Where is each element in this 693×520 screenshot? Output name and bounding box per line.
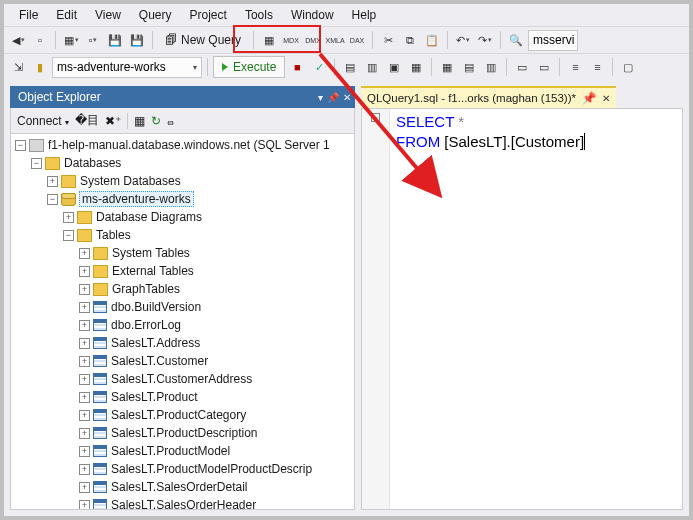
include-stats-icon[interactable]: ▣ bbox=[384, 57, 404, 77]
expand-icon[interactable] bbox=[79, 338, 90, 349]
tree-node[interactable]: Database Diagrams bbox=[11, 208, 354, 226]
database-combo[interactable]: ms-adventure-works bbox=[52, 57, 202, 78]
tree-node[interactable]: SalesLT.Address bbox=[11, 334, 354, 352]
cut-button[interactable]: ✂ bbox=[378, 30, 398, 50]
menu-file[interactable]: File bbox=[10, 6, 47, 24]
disconnect-icon[interactable]: ✖⁺ bbox=[105, 114, 121, 128]
collapse-icon[interactable] bbox=[31, 158, 42, 169]
tree-node[interactable]: SalesLT.ProductCategory bbox=[11, 406, 354, 424]
execute-button[interactable]: Execute bbox=[213, 56, 285, 78]
tree-node[interactable]: ms-adventure-works bbox=[11, 190, 354, 208]
collapse-icon[interactable] bbox=[15, 140, 26, 151]
display-plan-icon[interactable]: ▤ bbox=[340, 57, 360, 77]
results-file-icon[interactable]: ▥ bbox=[481, 57, 501, 77]
tree-node[interactable]: Tables bbox=[11, 226, 354, 244]
collapse-icon[interactable] bbox=[47, 194, 58, 205]
indent-icon[interactable]: ≡ bbox=[565, 57, 585, 77]
tree-node[interactable]: System Databases bbox=[11, 172, 354, 190]
activity-monitor-icon[interactable]: ⏛ bbox=[167, 114, 174, 128]
undo-button[interactable]: ↶ bbox=[453, 30, 473, 50]
filter-icon[interactable]: �目 bbox=[75, 112, 99, 129]
expand-icon[interactable] bbox=[79, 500, 90, 511]
expand-icon[interactable] bbox=[79, 374, 90, 385]
document-tab[interactable]: QLQuery1.sql - f1...orks (maghan (153))*… bbox=[361, 86, 616, 108]
include-live-icon[interactable]: ▦ bbox=[406, 57, 426, 77]
menu-window[interactable]: Window bbox=[282, 6, 343, 24]
stop-button[interactable]: ■ bbox=[287, 57, 307, 77]
expand-icon[interactable] bbox=[47, 176, 58, 187]
change-connection-icon[interactable]: ▮ bbox=[30, 57, 50, 77]
tree-node[interactable]: SalesLT.ProductModel bbox=[11, 442, 354, 460]
tree-node[interactable]: SalesLT.SalesOrderHeader bbox=[11, 496, 354, 510]
pin-icon[interactable]: 📌 bbox=[327, 92, 339, 103]
redo-button[interactable]: ↷ bbox=[475, 30, 495, 50]
object-explorer-titlebar[interactable]: Object Explorer ▾ 📌 ✕ bbox=[10, 86, 355, 108]
tab-pin-icon[interactable]: 📌 bbox=[582, 91, 596, 105]
stop-icon[interactable]: ▦ bbox=[134, 114, 145, 128]
expand-icon[interactable] bbox=[63, 212, 74, 223]
fold-icon[interactable]: − bbox=[371, 113, 380, 122]
menu-view[interactable]: View bbox=[86, 6, 130, 24]
expand-icon[interactable] bbox=[79, 428, 90, 439]
tree-node[interactable]: f1-help-manual.database.windows.net (SQL… bbox=[11, 136, 354, 154]
collapse-icon[interactable] bbox=[63, 230, 74, 241]
include-plan-icon[interactable]: ▥ bbox=[362, 57, 382, 77]
window-position-icon[interactable]: ▾ bbox=[318, 92, 323, 103]
save-all-button[interactable]: 💾 bbox=[127, 30, 147, 50]
menu-tools[interactable]: Tools bbox=[236, 6, 282, 24]
back-button[interactable]: ◀ bbox=[8, 30, 28, 50]
tree-node[interactable]: dbo.BuildVersion bbox=[11, 298, 354, 316]
expand-icon[interactable] bbox=[79, 356, 90, 367]
tree-node[interactable]: Databases bbox=[11, 154, 354, 172]
expand-icon[interactable] bbox=[79, 302, 90, 313]
dax-query-icon[interactable]: DAX bbox=[347, 30, 367, 50]
connect-dropdown[interactable]: Connect bbox=[17, 114, 69, 128]
tab-close-icon[interactable]: ✕ bbox=[602, 93, 610, 104]
close-icon[interactable]: ✕ bbox=[343, 92, 351, 103]
save-button[interactable]: 💾 bbox=[105, 30, 125, 50]
solution-combo[interactable]: msservi bbox=[528, 30, 578, 51]
expand-icon[interactable] bbox=[79, 392, 90, 403]
tree-node[interactable]: SalesLT.ProductModelProductDescrip bbox=[11, 460, 354, 478]
results-text-icon[interactable]: ▤ bbox=[459, 57, 479, 77]
new-project-button[interactable]: ▦ bbox=[61, 30, 81, 50]
tree-node[interactable]: SalesLT.Customer bbox=[11, 352, 354, 370]
specify-template-icon[interactable]: ▢ bbox=[618, 57, 638, 77]
expand-icon[interactable] bbox=[79, 284, 90, 295]
tree-node[interactable]: SalesLT.CustomerAddress bbox=[11, 370, 354, 388]
tree-node[interactable]: dbo.ErrorLog bbox=[11, 316, 354, 334]
sql-editor[interactable]: − SELECT * FROM [SalesLT].[Customer] bbox=[361, 108, 683, 510]
expand-icon[interactable] bbox=[79, 464, 90, 475]
menu-project[interactable]: Project bbox=[181, 6, 236, 24]
forward-button[interactable]: ▫ bbox=[30, 30, 50, 50]
refresh-icon[interactable]: ↻ bbox=[151, 114, 161, 128]
expand-icon[interactable] bbox=[79, 248, 90, 259]
results-grid-icon[interactable]: ▦ bbox=[437, 57, 457, 77]
tree-node[interactable]: SalesLT.SalesOrderDetail bbox=[11, 478, 354, 496]
expand-icon[interactable] bbox=[79, 410, 90, 421]
xmla-query-icon[interactable]: XMLA bbox=[325, 30, 345, 50]
uncomment-icon[interactable]: ▭ bbox=[534, 57, 554, 77]
menu-query[interactable]: Query bbox=[130, 6, 181, 24]
code-content[interactable]: SELECT * FROM [SalesLT].[Customer] bbox=[390, 109, 682, 509]
connect-icon[interactable]: ⇲ bbox=[8, 57, 28, 77]
tree-node[interactable]: SalesLT.ProductDescription bbox=[11, 424, 354, 442]
comment-icon[interactable]: ▭ bbox=[512, 57, 532, 77]
paste-button[interactable]: 📋 bbox=[422, 30, 442, 50]
open-file-button[interactable]: ▫ bbox=[83, 30, 103, 50]
expand-icon[interactable] bbox=[79, 320, 90, 331]
tree-node[interactable]: External Tables bbox=[11, 262, 354, 280]
object-explorer-tree[interactable]: f1-help-manual.database.windows.net (SQL… bbox=[10, 134, 355, 510]
tree-node[interactable]: System Tables bbox=[11, 244, 354, 262]
menu-edit[interactable]: Edit bbox=[47, 6, 86, 24]
parse-button[interactable]: ✓ bbox=[309, 57, 329, 77]
find-button[interactable]: 🔍 bbox=[506, 30, 526, 50]
expand-icon[interactable] bbox=[79, 446, 90, 457]
tree-node[interactable]: SalesLT.Product bbox=[11, 388, 354, 406]
expand-icon[interactable] bbox=[79, 266, 90, 277]
tree-node[interactable]: GraphTables bbox=[11, 280, 354, 298]
copy-button[interactable]: ⧉ bbox=[400, 30, 420, 50]
outdent-icon[interactable]: ≡ bbox=[587, 57, 607, 77]
expand-icon[interactable] bbox=[79, 482, 90, 493]
menu-help[interactable]: Help bbox=[343, 6, 386, 24]
